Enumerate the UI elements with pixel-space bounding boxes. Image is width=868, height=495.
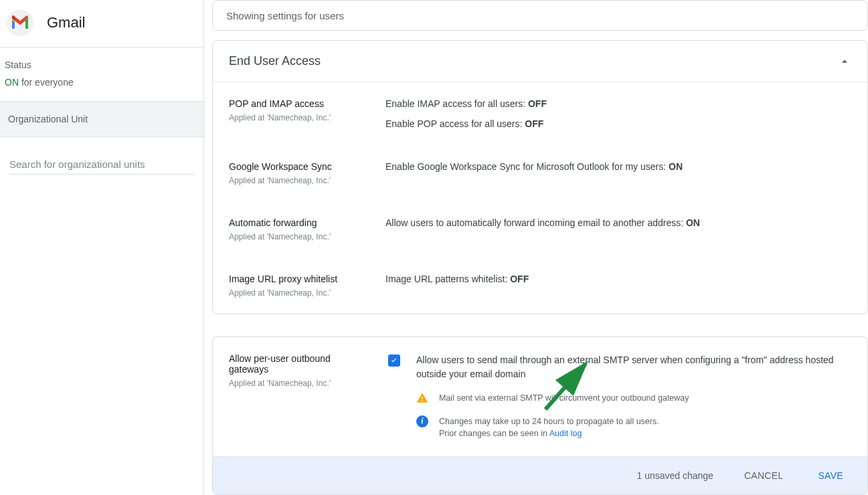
sidebar-header: Gmail: [0, 0, 203, 47]
editor-description: Allow users to send mail through an exte…: [416, 353, 851, 381]
setting-applied: Applied at 'Namecheap, Inc.': [229, 288, 385, 298]
setting-name: POP and IMAP access: [229, 98, 385, 109]
editor-left: Allow per-user outbound gateways Applied…: [229, 353, 372, 440]
chevron-up-icon: [838, 55, 851, 68]
setting-applied: Applied at 'Namecheap, Inc.': [229, 113, 385, 122]
status-value: ON for everyone: [5, 77, 195, 88]
setting-val: Image URL patterns whitelist: OFF: [385, 274, 851, 298]
val-bold: ON: [669, 161, 683, 172]
setting-applied: Applied at 'Namecheap, Inc.': [229, 176, 385, 185]
editor-card: Allow per-user outbound gateways Applied…: [212, 336, 868, 495]
section-title: End User Access: [229, 54, 321, 68]
val-bold: ON: [686, 217, 700, 228]
editor-right: Allow users to send mail through an exte…: [416, 353, 851, 440]
setting-row-pop-imap[interactable]: POP and IMAP access Applied at 'Namechea…: [213, 82, 867, 145]
setting-key: Image URL proxy whitelist Applied at 'Na…: [229, 274, 385, 298]
status-block: Status ON for everyone: [0, 47, 203, 102]
val-prefix: Allow users to automatically forward inc…: [385, 217, 686, 228]
editor-applied: Applied at 'Namecheap, Inc.': [229, 379, 372, 388]
section-header[interactable]: End User Access: [213, 41, 867, 82]
warning-icon: [416, 392, 428, 404]
setting-val: Enable Google Workspace Sync for Microso…: [385, 161, 851, 185]
checkmark-icon: [389, 356, 399, 365]
save-button[interactable]: SAVE: [814, 468, 847, 484]
svg-rect-2: [25, 18, 28, 29]
setting-name: Image URL proxy whitelist: [229, 274, 385, 284]
org-unit-header[interactable]: Organizational Unit: [0, 102, 203, 137]
settings-scope-card[interactable]: Showing settings for users: [212, 0, 868, 31]
setting-name: Automatic forwarding: [229, 217, 385, 228]
val-prefix: Enable POP access for all users:: [385, 118, 525, 129]
setting-applied: Applied at 'Namecheap, Inc.': [229, 232, 385, 241]
setting-key: Automatic forwarding Applied at 'Nameche…: [229, 217, 385, 241]
editor-body: Allow per-user outbound gateways Applied…: [213, 337, 867, 456]
cancel-button[interactable]: CANCEL: [740, 468, 788, 484]
warning-text: Mail sent via external SMTP will circumv…: [439, 392, 689, 405]
footer-bar: 1 unsaved change CANCEL SAVE: [213, 456, 867, 494]
status-label: Status: [5, 60, 195, 70]
val-prefix: Enable IMAP access for all users:: [385, 98, 528, 109]
info-icon: i: [416, 415, 428, 427]
val-bold: OFF: [525, 118, 543, 129]
info-text: Changes may take up to 24 hours to propa…: [439, 415, 659, 441]
setting-name: Google Workspace Sync: [229, 161, 385, 172]
status-suffix: for everyone: [19, 77, 74, 88]
info-row: i Changes may take up to 24 hours to pro…: [416, 415, 851, 441]
app-title: Gmail: [47, 14, 85, 31]
setting-row-auto-forwarding[interactable]: Automatic forwarding Applied at 'Nameche…: [213, 201, 867, 258]
gmail-icon: [7, 9, 33, 36]
val-bold: OFF: [510, 274, 529, 284]
sidebar: Gmail Status ON for everyone Organizatio…: [0, 0, 204, 495]
search-input[interactable]: [9, 155, 194, 175]
val-bold: OFF: [528, 98, 547, 109]
setting-key: Google Workspace Sync Applied at 'Namech…: [229, 161, 385, 185]
editor-title: Allow per-user outbound gateways: [229, 353, 372, 375]
info-line1: Changes may take up to 24 hours to propa…: [439, 415, 659, 428]
setting-row-image-url-proxy[interactable]: Image URL proxy whitelist Applied at 'Na…: [213, 258, 867, 314]
end-user-access-card: End User Access POP and IMAP access Appl…: [212, 40, 868, 314]
val-prefix: Enable Google Workspace Sync for Microso…: [385, 161, 669, 172]
settings-scope-text: Showing settings for users: [226, 10, 344, 21]
status-on-text: ON: [5, 77, 19, 88]
setting-val: Allow users to automatically forward inc…: [385, 217, 851, 241]
warning-row: Mail sent via external SMTP will circumv…: [416, 392, 851, 405]
setting-row-workspace-sync[interactable]: Google Workspace Sync Applied at 'Namech…: [213, 145, 867, 201]
val-prefix: Image URL patterns whitelist:: [385, 274, 510, 284]
setting-key: POP and IMAP access Applied at 'Namechea…: [229, 98, 385, 129]
main-content: Showing settings for users End User Acce…: [204, 0, 868, 495]
info-line2-prefix: Prior changes can be seen in: [439, 429, 549, 438]
audit-log-link[interactable]: Audit log: [549, 429, 582, 438]
allow-outbound-checkbox[interactable]: [388, 355, 400, 367]
unsaved-changes-text: 1 unsaved change: [636, 470, 713, 481]
search-wrap: [0, 137, 203, 181]
setting-val: Enable IMAP access for all users: OFF En…: [385, 98, 851, 129]
